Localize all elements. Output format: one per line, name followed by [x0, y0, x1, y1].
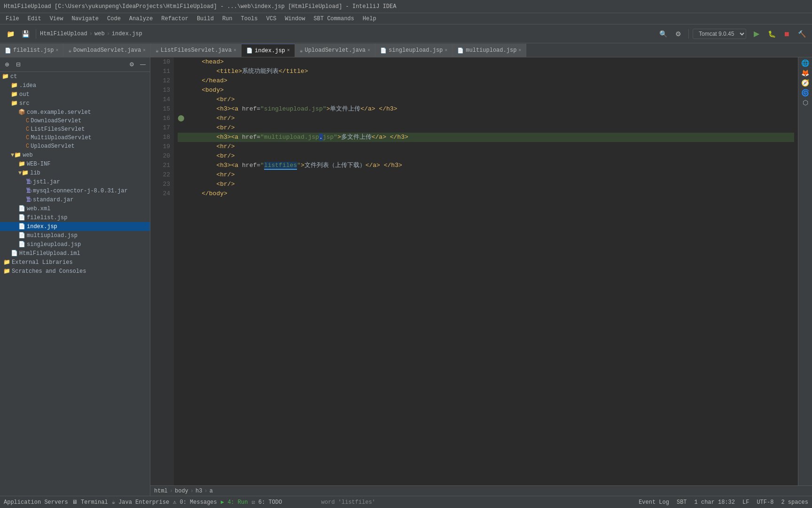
tab-index[interactable]: 📄 index.jsp × [242, 44, 295, 57]
tree-item-singleupload[interactable]: 📄 singleupload.jsp [0, 240, 150, 249]
menu-code[interactable]: Code [103, 15, 125, 23]
sidebar-settings-btn[interactable]: ⚙ [126, 59, 137, 70]
status-todo[interactable]: ☑ 6: TODO [251, 499, 282, 506]
title-bar: HtmlFileUpload [C:\Users\yukunpeng\IdeaP… [0, 0, 812, 13]
tab-downloadservlet[interactable]: ☕ DownloadServlet.java × [63, 44, 151, 57]
toolbar-sep-2 [688, 29, 689, 39]
ie-icon[interactable]: 🌀 [801, 89, 809, 97]
sidebar-expand-btn[interactable]: ⊟ [13, 59, 23, 70]
menu-window[interactable]: Window [281, 15, 309, 23]
tab-filelist[interactable]: 📄 filelist.jsp × [0, 44, 63, 57]
tree-item-jstljar[interactable]: 🗜 jstl.jar [0, 177, 150, 186]
menu-edit[interactable]: Edit [24, 15, 45, 23]
tree-item-index[interactable]: 📄 index.jsp [0, 222, 150, 231]
tab-uploadservlet[interactable]: ☕ UploadServlet.java × [295, 44, 375, 57]
code-line-18: <h3><a href="multiupload.jsp.jsp">多文件上传<… [178, 133, 794, 142]
menu-view[interactable]: View [46, 15, 67, 23]
tree-item-idea[interactable]: 📁 .idea [0, 81, 150, 90]
status-encoding[interactable]: UTF-8 [757, 499, 773, 506]
tree-item-root[interactable]: 📁 ct [0, 72, 150, 81]
tree-item-listfilesservlet[interactable]: C ListFilesServlet [0, 125, 150, 134]
tab-listfilesservlet[interactable]: ☕ ListFilesServlet.java × [151, 44, 242, 57]
tree-item-web[interactable]: ▼📁 web [0, 151, 150, 159]
breadcrumb-web[interactable]: web [94, 31, 105, 37]
tree-item-webinf[interactable]: 📁 WEB-INF [0, 159, 150, 168]
tree-item-scratches[interactable]: 📁 Scratches and Consoles [0, 267, 150, 276]
menu-tools[interactable]: Tools [237, 15, 262, 23]
tree-item-standardjar[interactable]: 🗜 standard.jar [0, 195, 150, 204]
tree-item-external-libs[interactable]: 📁 External Libraries [0, 258, 150, 267]
menu-help[interactable]: Help [359, 15, 380, 23]
tree-item-out[interactable]: 📁 out [0, 90, 150, 99]
debug-button[interactable]: 🐛 [765, 27, 778, 40]
status-left: Application Servers 🖥 Terminal ☕ Java En… [4, 499, 314, 506]
chrome-icon[interactable]: 🌐 [801, 59, 809, 67]
code-line-22: <hr/> [178, 170, 794, 180]
breadcrumb-a[interactable]: a [210, 488, 213, 494]
status-terminal[interactable]: 🖥 Terminal [72, 499, 108, 506]
menu-build[interactable]: Build [193, 15, 218, 23]
tree-item-mysqljar[interactable]: 🗜 mysql-connector-j-8.0.31.jar [0, 186, 150, 195]
run-button[interactable]: ▶ [750, 27, 763, 40]
breadcrumb-file[interactable]: index.jsp [112, 31, 142, 37]
breadcrumb-h3[interactable]: h3 [195, 488, 202, 494]
tree-item-filelist[interactable]: 📄 filelist.jsp [0, 213, 150, 222]
tree-item-multiupload[interactable]: 📄 multiupload.jsp [0, 231, 150, 240]
menu-sbt[interactable]: SBT Commands [310, 15, 358, 23]
close-filelist-tab[interactable]: × [55, 48, 58, 53]
menu-bar: File Edit View Navigate Code Analyze Ref… [0, 13, 812, 24]
firefox-icon[interactable]: 🦊 [801, 69, 809, 77]
status-indent[interactable]: 2 spaces [781, 499, 808, 506]
tab-singleupload[interactable]: 📄 singleupload.jsp × [375, 44, 453, 57]
tree-item-downloadservlet[interactable]: C DownloadServlet [0, 117, 150, 125]
breadcrumb-html[interactable]: html [154, 488, 168, 494]
breadcrumb-body[interactable]: body [175, 488, 188, 494]
close-index-tab[interactable]: × [287, 48, 290, 53]
tree-item-package[interactable]: 📦 com.example.servlet [0, 108, 150, 117]
status-app-servers[interactable]: Application Servers [4, 499, 68, 506]
status-sbt[interactable]: SBT [677, 499, 687, 506]
menu-file[interactable]: File [2, 15, 23, 23]
toolbar-save-btn[interactable]: 💾 [19, 27, 32, 40]
edge-icon[interactable]: ⬡ [803, 99, 808, 107]
status-event-log[interactable]: Event Log [639, 499, 669, 506]
menu-vcs[interactable]: VCS [263, 15, 281, 23]
tree-item-uploadservlet[interactable]: C UploadServlet [0, 142, 150, 151]
code-line-10: <head> [178, 57, 794, 67]
status-run[interactable]: ▶ 4: Run [221, 499, 248, 506]
stop-button[interactable]: ⏹ [780, 27, 793, 40]
tree-item-webxml[interactable]: 📄 web.xml [0, 204, 150, 213]
code-line-17: <br/> [178, 123, 794, 133]
tree-item-multiuploadservlet[interactable]: C MultiUploadServlet [0, 134, 150, 142]
status-messages[interactable]: ⚠ 0: Messages [173, 499, 217, 506]
menu-refactor[interactable]: Refactor [157, 15, 192, 23]
close-downloadservlet-tab[interactable]: × [143, 48, 146, 53]
status-lf[interactable]: LF [742, 499, 749, 506]
project-tree: 📁 ct 📁 .idea 📁 out 📁 src 📦 com. [0, 72, 150, 276]
menu-run[interactable]: Run [219, 15, 236, 23]
close-listfilesservlet-tab[interactable]: × [234, 48, 236, 53]
sidebar-close-btn[interactable]: — [138, 59, 148, 70]
breadcrumb-project[interactable]: HtmlFileUpload [40, 31, 87, 37]
status-java-enterprise[interactable]: ☕ Java Enterprise [112, 499, 169, 506]
tab-multiupload[interactable]: 📄 multiupload.jsp × [453, 44, 526, 57]
sidebar-collapse-btn[interactable]: ⊕ [2, 59, 12, 70]
safari-icon[interactable]: 🧭 [801, 79, 809, 87]
toolbar-search-btn[interactable]: 🔍 [656, 27, 670, 40]
breadcrumb-bar: HtmlFileUpload › web › index.jsp [40, 31, 346, 37]
build-button[interactable]: 🔨 [795, 27, 808, 40]
sidebar: ⊕ ⊟ ⚙ — 📁 ct 📁 .idea 📁 out [0, 57, 150, 496]
close-singleupload-tab[interactable]: × [445, 48, 447, 53]
toolbar-settings-btn[interactable]: ⚙ [671, 27, 685, 40]
tree-item-iml[interactable]: 📄 HtmlFileUpload.iml [0, 249, 150, 258]
toolbar-open-btn[interactable]: 📁 [4, 27, 17, 40]
menu-analyze[interactable]: Analyze [125, 15, 156, 23]
close-uploadservlet-tab[interactable]: × [367, 48, 370, 53]
close-multiupload-tab[interactable]: × [518, 48, 521, 53]
tree-item-src[interactable]: 📁 src [0, 99, 150, 108]
tree-item-lib[interactable]: ▼📁 lib [0, 168, 150, 177]
tomcat-selector[interactable]: Tomcat 9.0.45 [693, 29, 746, 39]
code-content[interactable]: <head> <title>系统功能列表</title> </head> <bo [174, 57, 798, 485]
menu-navigate[interactable]: Navigate [68, 15, 102, 23]
code-line-11: <title>系统功能列表</title> [178, 67, 794, 76]
